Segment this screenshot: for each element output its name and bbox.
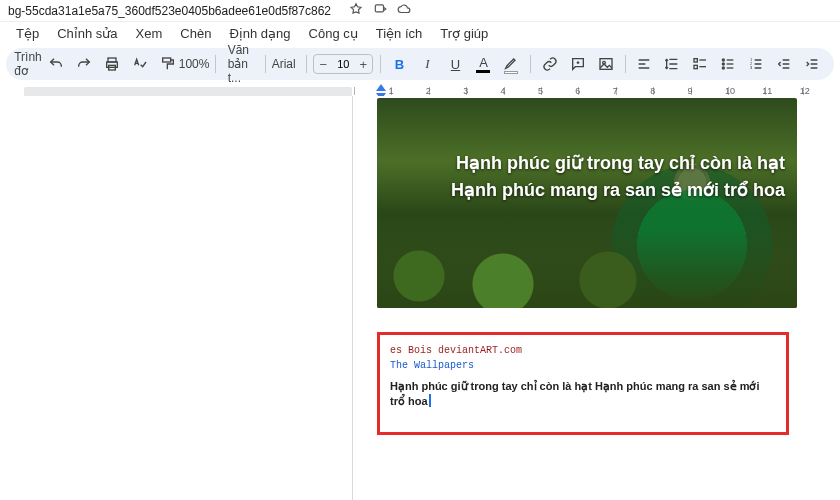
undo-button[interactable] xyxy=(44,52,68,76)
highlighted-text-block[interactable]: es Bois deviantART.com The Wallpapers Hạ… xyxy=(377,332,789,435)
italic-button[interactable]: I xyxy=(415,52,439,76)
menu-view[interactable]: Xem xyxy=(128,24,171,43)
document-title: bg-55cda31a1e5a75_360df523e0405b6adee61e… xyxy=(8,4,331,18)
spellcheck-button[interactable] xyxy=(128,52,152,76)
align-button[interactable] xyxy=(632,52,656,76)
ocr-body-content: Hạnh phúc giữ trong tay chỉ còn là hạt H… xyxy=(390,380,760,407)
menu-insert[interactable]: Chèn xyxy=(172,24,219,43)
menu-file[interactable]: Tệp xyxy=(8,24,47,43)
checklist-button[interactable] xyxy=(688,52,712,76)
zoom-value: 100% xyxy=(179,57,210,71)
bold-button[interactable]: B xyxy=(387,52,411,76)
image-text-line-1: Hạnh phúc giữ trong tay chỉ còn là hạt xyxy=(417,150,785,177)
document-canvas[interactable]: Hạnh phúc giữ trong tay chỉ còn là hạt H… xyxy=(0,96,840,500)
numbered-list-button[interactable]: 123 xyxy=(744,52,768,76)
font-size-input[interactable] xyxy=(332,58,354,70)
increase-indent-button[interactable] xyxy=(800,52,824,76)
ocr-credit-line: es Bois deviantART.com xyxy=(390,345,776,356)
image-text-line-2: Hạnh phúc mang ra san sẻ mới trổ hoa xyxy=(417,177,785,204)
menu-format[interactable]: Định dạng xyxy=(221,24,298,43)
header-image[interactable]: Hạnh phúc giữ trong tay chỉ còn là hạt H… xyxy=(377,98,797,308)
image-overlay-text: Hạnh phúc giữ trong tay chỉ còn là hạt H… xyxy=(417,150,785,204)
image-foreground xyxy=(377,228,797,308)
menubar: Tệp Chỉnh sửa Xem Chèn Định dạng Công cụ… xyxy=(0,22,840,44)
paint-format-button[interactable] xyxy=(156,52,180,76)
font-size-decrease[interactable]: − xyxy=(314,55,332,73)
svg-rect-4 xyxy=(163,58,171,62)
menu-edit[interactable]: Chỉnh sửa xyxy=(49,24,125,43)
text-color-button[interactable]: A xyxy=(471,52,495,76)
svg-text:3: 3 xyxy=(750,65,753,70)
move-icon[interactable] xyxy=(373,2,387,19)
menu-help[interactable]: Trợ giúp xyxy=(432,24,496,43)
toolbar: Trình đơ 100% Văn bản t... Arial − + B I… xyxy=(6,48,834,80)
menu-tools[interactable]: Công cụ xyxy=(301,24,366,43)
ocr-title-line: The Wallpapers xyxy=(390,360,776,371)
svg-point-9 xyxy=(722,59,724,61)
decrease-indent-button[interactable] xyxy=(772,52,796,76)
zoom-dropdown[interactable]: 100% xyxy=(184,52,208,76)
browser-tab-title: bg-55cda31a1e5a75_360df523e0405b6adee61e… xyxy=(0,0,840,22)
font-label: Arial xyxy=(272,57,296,71)
cloud-icon[interactable] xyxy=(397,2,411,19)
insert-link-button[interactable] xyxy=(538,52,562,76)
style-dropdown[interactable]: Văn bản t... xyxy=(222,52,258,76)
style-label: Văn bản t... xyxy=(228,43,249,85)
print-button[interactable] xyxy=(100,52,124,76)
font-dropdown[interactable]: Arial xyxy=(272,52,299,76)
svg-rect-5 xyxy=(600,59,612,70)
editing-mode-label: Trình đơ xyxy=(14,50,42,78)
star-icon[interactable] xyxy=(349,2,363,19)
font-size-control: − + xyxy=(313,54,373,74)
highlight-color-button[interactable] xyxy=(499,52,523,76)
ocr-body-text[interactable]: Hạnh phúc giữ trong tay chỉ còn là hạt H… xyxy=(390,379,776,410)
redo-button[interactable] xyxy=(72,52,96,76)
svg-rect-7 xyxy=(694,59,697,62)
editing-mode-dropdown[interactable]: Trình đơ xyxy=(16,52,40,76)
svg-rect-8 xyxy=(694,65,697,68)
svg-point-11 xyxy=(722,67,724,69)
svg-point-10 xyxy=(722,63,724,65)
svg-rect-0 xyxy=(375,5,383,12)
text-cursor xyxy=(429,394,431,407)
highlighter-icon xyxy=(503,55,519,71)
font-size-increase[interactable]: + xyxy=(354,55,372,73)
page: Hạnh phúc giữ trong tay chỉ còn là hạt H… xyxy=(352,96,832,500)
menu-extensions[interactable]: Tiện ích xyxy=(368,24,431,43)
insert-comment-button[interactable] xyxy=(566,52,590,76)
line-spacing-button[interactable] xyxy=(660,52,684,76)
underline-button[interactable]: U xyxy=(443,52,467,76)
first-line-indent-marker[interactable] xyxy=(376,84,386,91)
insert-image-button[interactable] xyxy=(594,52,618,76)
bulleted-list-button[interactable] xyxy=(716,52,740,76)
